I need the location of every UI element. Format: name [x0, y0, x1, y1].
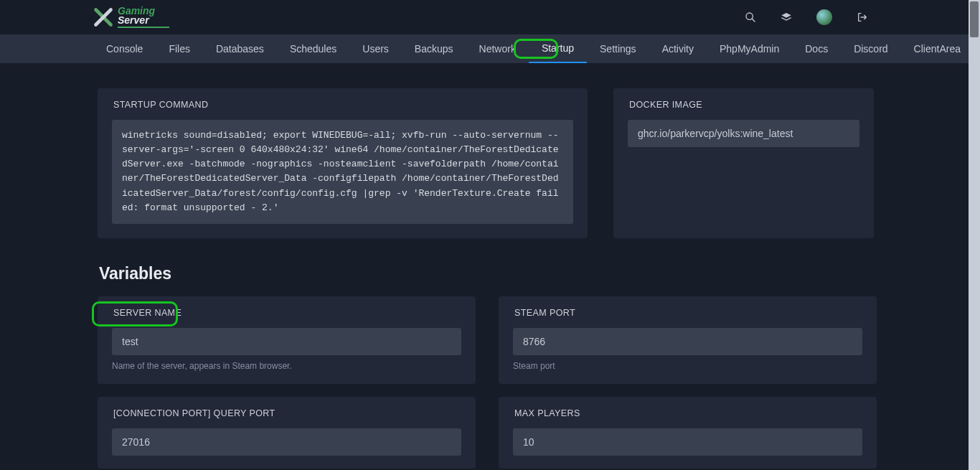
variables-heading: Variables	[99, 264, 877, 283]
brand-bot: Server	[118, 16, 169, 25]
variable-input[interactable]	[513, 328, 862, 355]
docker-image-card: DOCKER IMAGE	[613, 88, 874, 238]
nav-schedules[interactable]: Schedules	[277, 34, 349, 63]
docker-image-input[interactable]	[628, 120, 859, 147]
nav-network[interactable]: Network	[466, 34, 529, 63]
search-icon[interactable]	[745, 11, 756, 23]
nav-activity[interactable]: Activity	[649, 34, 707, 63]
variable-input[interactable]	[112, 428, 461, 456]
variable-input[interactable]	[513, 428, 862, 456]
nav-phpmyadmin[interactable]: PhpMyAdmin	[707, 34, 792, 63]
nav-startup[interactable]: Startup	[529, 34, 587, 63]
variable-card-1: STEAM PORTSteam port	[499, 296, 877, 384]
docker-image-title: DOCKER IMAGE	[628, 100, 859, 110]
avatar[interactable]	[816, 9, 832, 25]
scrollbar[interactable]	[969, 0, 980, 470]
nav-clientarea[interactable]: ClientArea	[901, 34, 969, 63]
logo-x-icon	[93, 7, 113, 27]
variable-title: STEAM PORT	[513, 308, 862, 318]
variable-title: SERVER NAME	[112, 308, 461, 318]
variable-help: Name of the server, appears in Steam bro…	[112, 361, 461, 371]
nav-users[interactable]: Users	[349, 34, 402, 63]
startup-command-card: STARTUP COMMAND winetricks sound=disable…	[98, 88, 588, 238]
nav-discord[interactable]: Discord	[841, 34, 900, 63]
svg-line-1	[752, 19, 755, 22]
brand-logo[interactable]: Gaming Server	[93, 6, 169, 29]
scrollbar-thumb[interactable]	[970, 1, 979, 37]
nav-databases[interactable]: Databases	[203, 34, 277, 63]
startup-command-title: STARTUP COMMAND	[112, 100, 573, 110]
variable-card-2: [CONNECTION PORT] QUERY PORT	[98, 397, 476, 469]
variable-input[interactable]	[112, 328, 461, 355]
variable-title: [CONNECTION PORT] QUERY PORT	[112, 408, 461, 418]
nav-console[interactable]: Console	[93, 34, 156, 63]
nav-files[interactable]: Files	[156, 34, 203, 63]
logout-icon[interactable]	[857, 11, 868, 23]
variable-card-0: SERVER NAMEName of the server, appears i…	[98, 296, 476, 384]
layers-icon[interactable]	[781, 11, 792, 23]
nav-backups[interactable]: Backups	[402, 34, 466, 63]
nav-settings[interactable]: Settings	[587, 34, 649, 63]
variable-title: MAX PLAYERS	[513, 408, 862, 418]
startup-command-code: winetricks sound=disabled; export WINEDE…	[112, 120, 573, 224]
nav-docs[interactable]: Docs	[792, 34, 841, 63]
navbar: ConsoleFilesDatabasesSchedulesUsersBacku…	[0, 34, 969, 63]
variable-help: Steam port	[513, 361, 862, 371]
variable-card-3: MAX PLAYERS	[499, 397, 877, 469]
svg-marker-2	[781, 13, 791, 18]
